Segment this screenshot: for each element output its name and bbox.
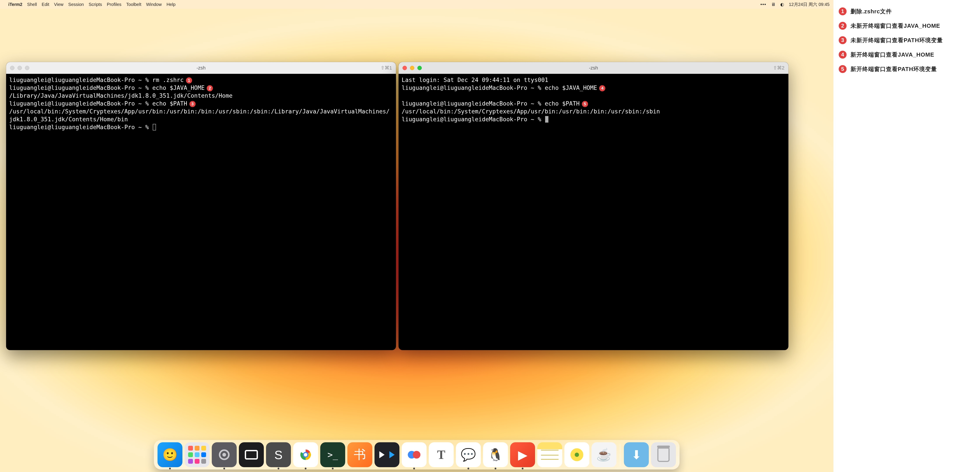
terminal-line: liuguanglei@liuguangleideMacBook-Pro ~ %…: [402, 100, 785, 108]
cursor-icon: [545, 116, 549, 123]
annotation-number-badge: 5: [839, 65, 846, 73]
dock-textedit[interactable]: T: [429, 442, 454, 467]
menubar-clock[interactable]: 12月24日 周六 09:45: [789, 2, 829, 8]
command-text: echo $PATH: [545, 100, 580, 107]
dock-indicator-dot: [413, 467, 415, 469]
dock-notes[interactable]: [537, 442, 562, 467]
annotation-number-badge: 4: [839, 51, 846, 59]
dock-java[interactable]: ☕: [592, 442, 616, 467]
dock-downloads[interactable]: ⬇: [624, 442, 649, 467]
status-overflow-icon[interactable]: •••: [760, 2, 766, 7]
dock-video[interactable]: [374, 442, 399, 467]
menu-help[interactable]: Help: [167, 2, 175, 7]
status-display-icon[interactable]: 🖥: [771, 2, 775, 7]
terminal-2-body[interactable]: Last login: Sat Dec 24 09:44:11 on ttys0…: [399, 74, 788, 350]
svg-point-4: [304, 453, 307, 456]
menu-shell[interactable]: Shell: [27, 2, 37, 7]
dock-baidu[interactable]: [402, 442, 426, 467]
annotation-panel: 1删除.zshrc文件2未新开终端窗口查看JAVA_HOME3未新开终端窗口查看…: [834, 0, 980, 472]
prompt: liuguanglei@liuguangleideMacBook-Pro ~ %: [402, 84, 545, 91]
dock-settings[interactable]: [212, 442, 237, 467]
desktop: iTerm2 Shell Edit View Session Scripts P…: [0, 0, 834, 472]
terminal-line: liuguanglei@liuguangleideMacBook-Pro ~ %…: [9, 100, 393, 108]
dock-indicator-dot: [223, 467, 225, 469]
menu-window[interactable]: Window: [146, 2, 162, 7]
dock-finder[interactable]: 🙂: [158, 442, 183, 467]
dock-container: 🙂S>_书T💬🐧▶☕⬇: [154, 440, 679, 469]
command-text: echo $JAVA_HOME: [152, 84, 205, 91]
annotation-item-2: 2未新开终端窗口查看JAVA_HOME: [839, 22, 975, 30]
annotation-text: 新开终端窗口查看JAVA_HOME: [851, 51, 934, 59]
status-control-center-icon[interactable]: ◐: [780, 2, 784, 7]
annotation-badge-5: 5: [582, 101, 588, 107]
dock-indicator-dot: [169, 467, 171, 469]
terminal-line: [402, 92, 785, 100]
annotation-text: 删除.zshrc文件: [851, 8, 892, 15]
svg-point-8: [575, 453, 579, 457]
annotation-badge-4: 4: [599, 85, 605, 91]
annotation-badge-2: 2: [207, 85, 213, 91]
prompt: liuguanglei@liuguangleideMacBook-Pro ~ %: [9, 124, 152, 130]
prompt: liuguanglei@liuguangleideMacBook-Pro ~ %: [9, 84, 152, 91]
terminal-window-1[interactable]: -zsh ⇧⌘1 liuguanglei@liuguangleideMacBoo…: [6, 62, 396, 350]
menu-profiles[interactable]: Profiles: [107, 2, 121, 7]
dock-iterm[interactable]: >_: [320, 442, 345, 467]
prompt: liuguanglei@liuguangleideMacBook-Pro ~ %: [9, 76, 152, 83]
terminal-1-title: -zsh: [6, 65, 396, 71]
annotation-item-4: 4新开终端窗口查看JAVA_HOME: [839, 51, 975, 59]
menu-edit[interactable]: Edit: [42, 2, 49, 7]
terminal-line: liuguanglei@liuguangleideMacBook-Pro ~ %: [9, 123, 393, 131]
dock-wps[interactable]: ▶: [510, 442, 535, 467]
command-text: echo $JAVA_HOME: [545, 84, 597, 91]
close-icon[interactable]: [402, 66, 407, 70]
terminal-line: Last login: Sat Dec 24 09:44:11 on ttys0…: [402, 76, 785, 84]
annotation-number-badge: 1: [839, 8, 846, 15]
menu-app-name[interactable]: iTerm2: [8, 2, 22, 7]
menu-scripts[interactable]: Scripts: [89, 2, 102, 7]
dock-wechat[interactable]: 💬: [456, 442, 481, 467]
terminal-2-titlebar[interactable]: -zsh ⇧⌘2: [399, 62, 788, 74]
terminal-line: liuguanglei@liuguangleideMacBook-Pro ~ %…: [402, 84, 785, 92]
terminal-line: /usr/local/bin:/System/Cryptexes/App/usr…: [9, 108, 393, 123]
maximize-icon[interactable]: [417, 66, 422, 70]
dock-screenshot[interactable]: [239, 442, 264, 467]
terminal-line: liuguanglei@liuguangleideMacBook-Pro ~ %: [402, 116, 785, 123]
terminal-1-shortcut: ⇧⌘1: [380, 65, 392, 71]
minimize-icon[interactable]: [18, 66, 22, 70]
minimize-icon[interactable]: [410, 66, 414, 70]
cursor-icon: [153, 124, 156, 130]
dock-indicator-dot: [468, 467, 469, 469]
dock-chrome[interactable]: [293, 442, 318, 467]
annotation-number-badge: 2: [839, 22, 846, 30]
annotation-text: 未新开终端窗口查看JAVA_HOME: [851, 22, 940, 30]
annotation-text: 未新开终端窗口查看PATH环境变量: [851, 36, 943, 44]
dock-indicator-dot: [278, 467, 279, 469]
dock-trash[interactable]: [651, 442, 676, 467]
dock-music[interactable]: [564, 442, 589, 467]
close-icon[interactable]: [10, 66, 14, 70]
terminal-window-2[interactable]: -zsh ⇧⌘2 Last login: Sat Dec 24 09:44:11…: [399, 62, 788, 350]
prompt: liuguanglei@liuguangleideMacBook-Pro ~ %: [402, 100, 545, 107]
dock-books[interactable]: 书: [347, 442, 372, 467]
command-text: echo $PATH: [152, 100, 187, 107]
terminal-line: /usr/local/bin:/System/Cryptexes/App/usr…: [402, 108, 785, 116]
annotation-item-5: 5新开终端窗口查看PATH环境变量: [839, 65, 975, 73]
dock-indicator-dot: [522, 467, 523, 469]
menu-view[interactable]: View: [54, 2, 64, 7]
annotation-badge-1: 1: [186, 78, 192, 84]
command-text: rm .zshrc: [152, 76, 184, 83]
maximize-icon[interactable]: [25, 66, 29, 70]
dock-indicator-dot: [305, 467, 307, 469]
terminal-1-titlebar[interactable]: -zsh ⇧⌘1: [6, 62, 396, 74]
dock-qq[interactable]: 🐧: [483, 442, 508, 467]
dock-sublime[interactable]: S: [266, 442, 291, 467]
dock: 🙂S>_书T💬🐧▶☕⬇: [154, 440, 679, 469]
menu-toolbelt[interactable]: Toolbelt: [126, 2, 141, 7]
dock-launchpad[interactable]: [185, 442, 210, 467]
annotation-text: 新开终端窗口查看PATH环境变量: [851, 65, 937, 73]
dock-indicator-dot: [332, 467, 334, 469]
terminal-1-body[interactable]: liuguanglei@liuguangleideMacBook-Pro ~ %…: [6, 74, 396, 350]
menu-session[interactable]: Session: [68, 2, 84, 7]
terminal-2-shortcut: ⇧⌘2: [773, 65, 784, 71]
menubar: iTerm2 Shell Edit View Session Scripts P…: [0, 0, 834, 9]
